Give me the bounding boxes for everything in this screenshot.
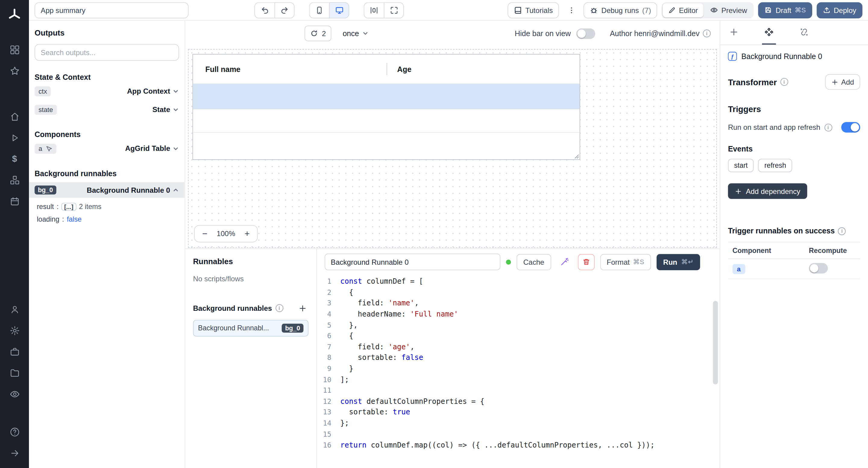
audit-icon[interactable] [0,383,29,404]
format-button[interactable]: Format ⌘S [600,254,651,270]
loading-value: false [67,215,82,224]
folders-icon[interactable] [0,362,29,383]
workspace-icon[interactable] [0,39,29,60]
preview-tab[interactable]: Preview [705,3,753,17]
result-key: result [37,203,54,210]
pointer-icon [45,145,52,152]
info-icon[interactable]: i [703,30,711,37]
output-row-bg0[interactable]: bg_0 Background Runnable 0 [29,182,184,198]
recompute-toggle[interactable] [809,263,828,273]
fullscreen-button[interactable] [384,2,404,18]
refresh-count: 2 [322,29,326,38]
zoom-control: − 100% + [194,225,258,242]
event-pill: refresh [758,159,792,172]
column-header-age[interactable]: Age [387,65,412,73]
code-line: 3 field: 'name', [317,298,719,308]
output-row-ctx[interactable]: ctx App Context [35,82,179,100]
add-background-runnable-button[interactable] [296,302,309,314]
output-row-component-a[interactable]: a AgGrid Table [35,140,179,157]
line-number: 3 [317,299,331,307]
code-line: 13 sortable: true [317,407,719,418]
app-summary-input[interactable] [35,2,189,18]
background-runnables-subtitle: Background runnables [193,304,272,312]
debug-runs-button[interactable]: Debug runs (7) [584,2,657,18]
redo-button[interactable] [275,2,295,18]
zoom-out-button[interactable]: − [200,229,209,238]
add-transformer-button[interactable]: Add [825,74,860,90]
info-icon[interactable]: i [276,304,283,312]
deploy-button[interactable]: Deploy [816,2,863,18]
result-row: result : [...] 2 items [37,203,179,210]
schedules-icon[interactable] [0,191,29,212]
debug-runs-count: (7) [642,6,651,14]
refresh-button[interactable]: 2 [305,26,332,41]
hide-bar-toggle[interactable] [576,28,595,38]
star-icon[interactable] [0,60,29,81]
chevron-down-icon [362,30,368,37]
home-icon[interactable] [0,106,29,127]
code-line: 2 { [317,287,719,298]
runnable-item-badge: bg_0 [282,324,304,333]
editor-scrollbar[interactable] [713,301,718,465]
info-icon[interactable]: i [824,124,832,131]
settings-icon[interactable] [0,320,29,341]
column-header-full-name[interactable]: Full name [193,65,386,73]
table-row-selected[interactable] [193,84,580,109]
add-dependency-button[interactable]: Add dependency [728,183,807,199]
desktop-view-button[interactable] [329,2,349,18]
runs-icon[interactable] [0,127,29,148]
left-rail: $ [0,0,29,468]
line-number: 12 [317,397,331,406]
mobile-view-button[interactable] [309,2,329,18]
collapse-icon[interactable] [0,442,29,464]
line-number: 14 [317,419,331,427]
windmill-logo[interactable] [5,6,24,25]
variables-icon[interactable]: $ [0,148,29,169]
code-line: 7 field: 'age', [317,341,719,352]
run-on-start-toggle[interactable] [841,122,860,133]
search-outputs-input[interactable] [35,44,179,61]
table-header-component: Component [728,247,809,255]
chevron-up-icon [173,187,179,193]
table-row: a [728,259,860,279]
workers-icon[interactable] [0,341,29,362]
insert-component-tab[interactable] [727,21,741,44]
editor-tab[interactable]: Editor [663,3,704,17]
user-icon[interactable] [0,299,29,320]
aggrid-component[interactable]: Full name Age [193,54,580,160]
trigger-success-title: Trigger runnables on success [728,227,835,235]
delete-runnable-button[interactable] [578,254,595,270]
line-number: 10 [317,375,331,384]
table-row[interactable] [193,109,580,133]
center-align-button[interactable] [364,2,384,18]
info-icon[interactable]: i [838,227,846,235]
draft-button[interactable]: Draft ⌘S [758,2,812,18]
tutorials-button[interactable]: Tutorials [507,2,559,18]
expand-result-badge[interactable]: [...] [61,203,76,210]
zoom-in-button[interactable]: + [243,229,252,238]
ctx-label: App Context [127,87,170,96]
cache-button[interactable]: Cache [517,254,551,270]
undo-button[interactable] [254,2,275,18]
ai-wand-button[interactable] [556,254,572,270]
resources-icon[interactable] [0,169,29,190]
app-canvas: 2 once Hide bar on view Author henri@win… [185,21,719,248]
frequency-dropdown[interactable]: once [343,29,369,38]
run-button[interactable]: Run ⌘↵ [656,254,700,270]
kebab-menu-button[interactable] [563,2,579,18]
info-icon[interactable]: i [780,78,788,86]
result-count: 2 items [79,203,101,210]
line-number: 13 [317,408,331,416]
help-icon[interactable] [0,421,29,442]
output-row-state[interactable]: state State [35,101,179,118]
status-dot [506,259,511,264]
component-settings-tab[interactable] [762,21,776,44]
resize-handle[interactable] [574,153,579,159]
unlink-tab[interactable] [797,21,811,44]
background-runnable-item[interactable]: Background Runnabl... bg_0 [193,320,308,337]
code-editor[interactable]: 1const columnDef = [2 {3 field: 'name',4… [317,273,719,468]
component-a-label: AgGrid Table [125,144,170,153]
code-editor-panel: Cache Format ⌘S [317,249,719,468]
triggers-title: Triggers [728,104,761,113]
runnable-name-input[interactable] [324,254,500,270]
